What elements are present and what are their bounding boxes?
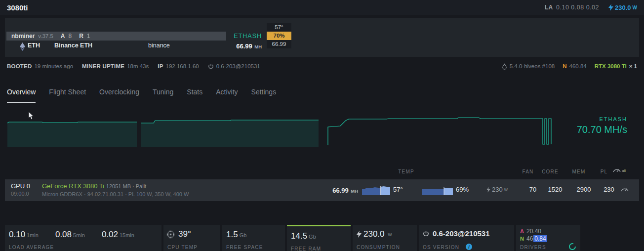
- mouse-cursor: [28, 112, 35, 120]
- cpu-temp-card-label: CPU TEMP: [167, 245, 198, 250]
- column-header-temp: TEMP: [393, 169, 420, 174]
- rejected-label: R: [79, 33, 83, 40]
- gpu-mem-clock: 2900: [572, 186, 596, 193]
- load-5min: 0.08: [55, 230, 72, 240]
- gpu-bus-id: 09:00.0: [11, 191, 29, 197]
- stack-hashrate: 66.99: [267, 40, 291, 48]
- gpu-core-clock: 1520: [543, 186, 567, 193]
- power-indicator: 230.0 W: [608, 4, 637, 11]
- tab-stats[interactable]: Stats: [187, 88, 202, 103]
- hashrate-chart-2: [141, 119, 319, 147]
- top-bar: 3080ti LA 0.10 0.08 0.02 230.0 W: [0, 0, 644, 15]
- cpu-temp-value: 39°: [178, 229, 191, 239]
- pool-name[interactable]: binance: [148, 42, 170, 49]
- load-average-values: 0.10 0.08 0.02: [556, 4, 599, 11]
- lightning-icon: [486, 187, 490, 193]
- fan-sparkline: [422, 185, 453, 195]
- miner-version: v.37.5: [38, 33, 53, 39]
- gpu-name[interactable]: GeForce RTX 3080 Ti: [42, 182, 104, 190]
- tab-settings[interactable]: Settings: [251, 88, 277, 103]
- nvidia-driver-item: N 460.84: [563, 63, 587, 69]
- hashrate-chart-3: [327, 117, 554, 146]
- power-icon: [208, 63, 214, 70]
- gpu-row[interactable]: GPU 0 09:00.0 GeForce RTX 3080 Ti 12051 …: [5, 179, 639, 201]
- gpu-hashrate: 66.99 MH: [314, 186, 358, 195]
- hashrate-chart-1: [7, 120, 137, 147]
- gpu-details: Micron GDDR6X · 94.02.71.00.31 · PL 100 …: [42, 191, 189, 197]
- toggle-all-charts[interactable]: all: [612, 166, 634, 173]
- stack-fan: 70%: [267, 32, 291, 40]
- card-free-ram: 14.5 Gb FREE RAM: [287, 225, 351, 251]
- topbar-stats: LA 0.10 0.08 0.02 230.0 W: [545, 4, 637, 11]
- gauge-icon: [612, 166, 621, 173]
- free-space-value: 1.5: [226, 230, 238, 240]
- teal-logo-icon: [568, 243, 576, 251]
- drivers-card-label: DRIVERS: [520, 245, 546, 250]
- amd-driver-line: A20.40: [520, 228, 541, 235]
- gpu-fan-percent: 70: [521, 186, 545, 193]
- lightning-icon: [357, 231, 362, 238]
- column-header-core: CORE: [538, 169, 562, 174]
- column-header-fan: FAN: [516, 169, 540, 174]
- free-space-card-label: FREE SPACE: [226, 245, 263, 250]
- ip-item: IP 192.168.1.60: [158, 63, 199, 69]
- gpu-index: GPU 0: [11, 182, 30, 190]
- gpu-name-line: GeForce RTX 3080 Ti 12051 MB · Palit: [42, 182, 146, 190]
- droplet-icon: [502, 63, 507, 70]
- tab-overview[interactable]: Overview: [7, 88, 36, 103]
- load-average-label: LA: [545, 4, 553, 11]
- gpu-model-item[interactable]: RTX 3080 Ti × 1: [595, 63, 637, 69]
- free-ram-value: 14.5: [291, 231, 307, 241]
- chart-hashrate-value: 70.70 MH/s: [528, 124, 627, 135]
- card-drivers: A20.40 N460.84 DRIVERS: [516, 225, 580, 251]
- temp-sparkline: [362, 185, 390, 195]
- rig-status-bar: BOOTED 19 minutes ago MINER UPTIME 18m 4…: [7, 62, 637, 71]
- card-load-average: 0.101min 0.085min 0.0215min LOAD AVERAGE: [5, 225, 161, 251]
- consumption-value: 230.0: [363, 229, 385, 239]
- miner-algo: ETHASH: [221, 32, 262, 41]
- ethereum-icon: [20, 42, 25, 53]
- card-consumption: 230.0 w CONSUMPTION: [353, 225, 417, 251]
- gpu-power-limit: 230: [598, 186, 620, 193]
- stack-temp: 57°: [267, 23, 291, 32]
- miner-stat-stack: 57° 70% 66.99: [267, 23, 291, 48]
- coin-ticker[interactable]: ETH: [28, 42, 40, 49]
- accepted-value: 8: [69, 33, 72, 40]
- power-icon: [423, 230, 429, 237]
- miner-hashrate: 66.99 MH: [212, 42, 262, 50]
- column-header-mem: MEM: [567, 169, 591, 174]
- cpu-chip-icon: [166, 230, 175, 239]
- os-version-card-label: OS VERSION: [423, 245, 459, 250]
- wallet-name[interactable]: Binance ETH: [54, 42, 92, 49]
- chart-algo-label: ETHASH: [553, 116, 627, 122]
- rejected-value: 1: [87, 33, 90, 40]
- accepted-label: A: [61, 33, 65, 40]
- tab-overclocking[interactable]: Overclocking: [99, 88, 139, 103]
- gpu-power: 230 w: [486, 186, 508, 193]
- agent-version-item: 0.6-203@210531: [208, 63, 260, 70]
- card-os-version: 0.6-203@210531 OS VERSION i: [419, 225, 514, 251]
- consumption-card-label: CONSUMPTION: [357, 245, 400, 250]
- load-1min: 0.10: [9, 230, 25, 240]
- gpu-temp-value: 57°: [393, 186, 403, 193]
- gpu-gauge-icon[interactable]: [620, 185, 629, 192]
- power-value: 230.0: [615, 4, 631, 11]
- selected-text: 0.84: [533, 235, 547, 242]
- miner-status-bar[interactable]: nbminer v.37.5 A 8 R 1: [6, 32, 226, 41]
- miner-panel: nbminer v.37.5 A 8 R 1 ETHASH 57° 70% 66…: [5, 18, 639, 57]
- uptime-item: MINER UPTIME 18m 43s: [82, 63, 149, 69]
- miner-name: nbminer: [11, 33, 35, 40]
- kernel-item: 5.4.0-hiveos #108: [502, 63, 555, 70]
- booted-item: BOOTED 19 minutes ago: [7, 63, 73, 69]
- status-left: BOOTED 19 minutes ago MINER UPTIME 18m 4…: [7, 63, 260, 70]
- tab-tuning[interactable]: Tuning: [153, 88, 173, 103]
- lightning-icon: [608, 4, 613, 11]
- nvidia-driver-line: N460.84: [520, 235, 547, 242]
- load-15min: 0.02: [102, 230, 118, 240]
- tab-bar: Overview Flight Sheet Overclocking Tunin…: [7, 88, 276, 103]
- tab-flight-sheet[interactable]: Flight Sheet: [49, 88, 86, 103]
- info-icon[interactable]: i: [466, 244, 472, 250]
- free-ram-card-label: FREE RAM: [291, 246, 321, 251]
- tab-activity[interactable]: Activity: [216, 88, 238, 103]
- gpu-memory-vendor: 12051 MB · Palit: [106, 183, 146, 189]
